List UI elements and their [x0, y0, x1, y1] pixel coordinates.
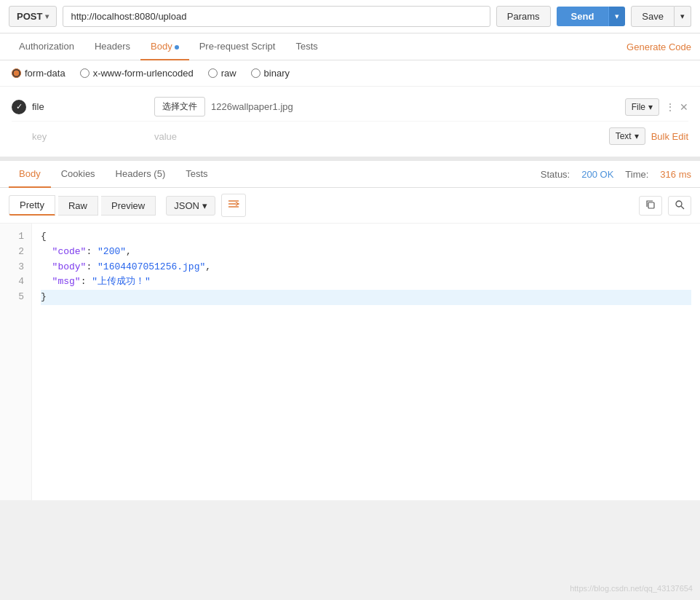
preview-view-button[interactable]: Preview — [101, 196, 156, 216]
line-number-1: 1 — [7, 229, 24, 245]
line-number-5: 5 — [7, 290, 24, 305]
svg-line-5 — [681, 206, 684, 209]
option-binary[interactable]: binary — [251, 68, 290, 79]
save-group: Save ▾ — [631, 6, 691, 27]
search-icon — [675, 200, 685, 210]
field-delete-icon[interactable]: ✕ — [680, 101, 688, 113]
code-line-3: "body": "1604407051256.jpg", — [41, 260, 691, 275]
field-key-label: file — [32, 101, 148, 112]
response-meta: Status: 200 OK Time: 316 ms — [541, 162, 691, 187]
line-number-2: 2 — [7, 245, 24, 260]
line-number-4: 4 — [7, 275, 24, 290]
line-number-3: 3 — [7, 260, 24, 275]
form-fields: ✓ file 选择文件 1226wallpaper1.jpg File ▾ ⋮ … — [0, 87, 700, 157]
code-line-5: } — [41, 290, 691, 305]
tab-authorization[interactable]: Authorization — [9, 33, 84, 60]
option-x-www-form-urlencoded[interactable]: x-www-form-urlencoded — [80, 68, 194, 79]
url-input[interactable] — [63, 6, 490, 27]
option-raw[interactable]: raw — [208, 68, 236, 79]
tab-headers[interactable]: Headers — [84, 33, 140, 60]
field-menu-icon[interactable]: ⋮ — [665, 101, 675, 113]
request-bar: POST ▾ Params Send ▾ Save ▾ — [0, 0, 700, 33]
field-row-file: ✓ file 选择文件 1226wallpaper1.jpg File ▾ ⋮ … — [12, 92, 688, 122]
format-dropdown[interactable]: JSON ▾ — [166, 196, 215, 216]
generate-code-link[interactable]: Generate Code — [627, 34, 691, 60]
option-form-data[interactable]: form-data — [12, 68, 65, 79]
format-chevron-icon: ▾ — [202, 200, 207, 211]
line-numbers: 1 2 3 4 5 — [0, 224, 32, 500]
field-actions: ⋮ ✕ — [665, 101, 688, 113]
response-tab-cookies[interactable]: Cookies — [51, 161, 106, 188]
body-dot — [175, 45, 179, 50]
svg-rect-3 — [648, 202, 654, 208]
field-value-area: 选择文件 1226wallpaper1.jpg File ▾ — [154, 97, 659, 117]
method-chevron-icon: ▾ — [45, 12, 49, 20]
tab-pre-request-script[interactable]: Pre-request Script — [189, 33, 286, 60]
body-options: form-data x-www-form-urlencoded raw bina… — [0, 60, 700, 87]
wrap-button[interactable] — [221, 194, 246, 217]
code-line-4: "msg": "上传成功！" — [41, 275, 691, 290]
request-tab-bar: Authorization Headers Body Pre-request S… — [0, 33, 700, 60]
file-name-label: 1226wallpaper1.jpg — [211, 101, 293, 112]
response-tab-headers[interactable]: Headers (5) — [106, 161, 176, 188]
placeholder-value: value — [154, 131, 603, 142]
field-check-icon: ✓ — [12, 100, 26, 114]
code-line-2: "code": "200", — [41, 245, 691, 260]
pretty-view-button[interactable]: Pretty — [9, 195, 55, 216]
response-panel: Body Cookies Headers (5) Tests Status: 2… — [0, 161, 700, 500]
response-tab-tests[interactable]: Tests — [175, 161, 218, 188]
save-button[interactable]: Save — [631, 6, 675, 27]
file-type-chevron-icon: ▾ — [648, 102, 653, 112]
code-viewer: 1 2 3 4 5 { "code": "200", "body": "1604… — [0, 224, 700, 500]
time-label: Time: — [625, 169, 648, 180]
time-value: 316 ms — [660, 169, 691, 180]
raw-view-button[interactable]: Raw — [58, 196, 98, 216]
bulk-edit-button[interactable]: Bulk Edit — [651, 131, 688, 142]
method-button[interactable]: POST ▾ — [9, 6, 57, 27]
text-type-dropdown[interactable]: Text ▾ — [609, 127, 645, 145]
tab-body[interactable]: Body — [140, 33, 189, 60]
search-button[interactable] — [668, 196, 691, 216]
method-label: POST — [17, 11, 42, 22]
save-dropdown-button[interactable]: ▾ — [675, 6, 691, 27]
response-tab-body[interactable]: Body — [9, 161, 51, 188]
send-button[interactable]: Send — [557, 7, 609, 26]
response-toolbar: Pretty Raw Preview JSON ▾ — [0, 188, 700, 224]
response-action-icons — [639, 196, 691, 216]
code-line-1: { — [41, 229, 691, 245]
wrap-icon — [228, 198, 239, 210]
send-group: Send ▾ — [557, 7, 626, 26]
status-value: 200 OK — [581, 169, 613, 180]
text-type-chevron-icon: ▾ — [635, 131, 639, 141]
copy-icon — [645, 200, 656, 210]
tab-tests[interactable]: Tests — [285, 33, 327, 60]
svg-point-4 — [676, 201, 682, 207]
placeholder-key: key — [32, 131, 148, 142]
choose-file-button[interactable]: 选择文件 — [154, 97, 205, 117]
file-type-dropdown[interactable]: File ▾ — [625, 98, 659, 116]
request-panel: Authorization Headers Body Pre-request S… — [0, 33, 700, 161]
response-tab-bar: Body Cookies Headers (5) Tests Status: 2… — [0, 161, 700, 188]
copy-button[interactable] — [639, 196, 662, 216]
status-label: Status: — [541, 169, 570, 180]
params-button[interactable]: Params — [496, 6, 551, 27]
code-content: { "code": "200", "body": "1604407051256.… — [32, 224, 700, 500]
send-dropdown-button[interactable]: ▾ — [608, 7, 625, 26]
placeholder-row: key value Text ▾ Bulk Edit — [12, 122, 688, 151]
